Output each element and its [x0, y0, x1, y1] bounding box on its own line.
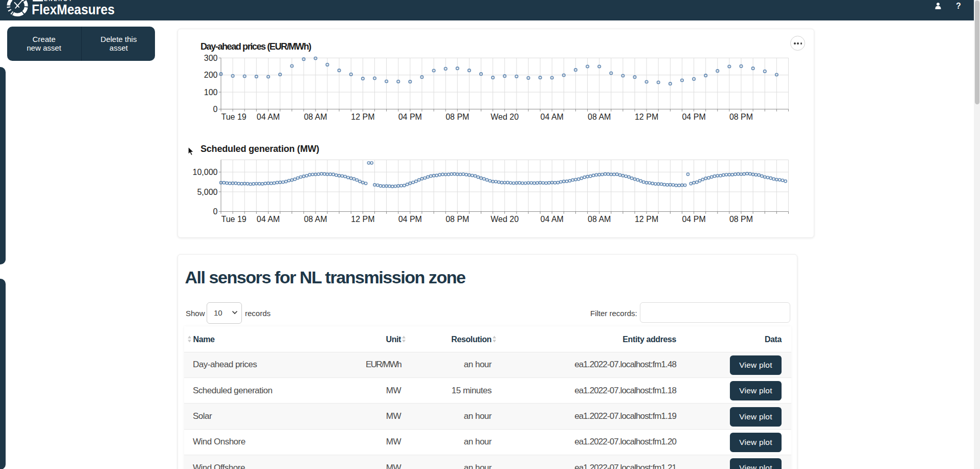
svg-text:Wed 20: Wed 20: [491, 215, 519, 224]
svg-text:08 AM: 08 AM: [588, 215, 611, 224]
svg-text:200: 200: [204, 71, 217, 79]
svg-text:0: 0: [213, 207, 217, 216]
svg-text:Tue 19: Tue 19: [221, 215, 246, 224]
svg-text:08 PM: 08 PM: [446, 113, 469, 121]
svg-text:04 AM: 04 AM: [256, 215, 279, 224]
svg-text:10,000: 10,000: [192, 168, 217, 176]
svg-text:12 PM: 12 PM: [351, 215, 374, 224]
svg-text:04 PM: 04 PM: [682, 215, 705, 224]
svg-text:08 PM: 08 PM: [729, 113, 752, 121]
svg-text:04 PM: 04 PM: [398, 215, 421, 224]
svg-text:0: 0: [213, 105, 217, 114]
svg-text:5,000: 5,000: [197, 188, 217, 196]
svg-text:08 AM: 08 AM: [588, 113, 611, 121]
svg-text:Day-ahead prices (EUR/MWh): Day-ahead prices (EUR/MWh): [201, 41, 311, 52]
svg-text:04 PM: 04 PM: [682, 113, 705, 121]
svg-text:08 AM: 08 AM: [304, 113, 327, 121]
svg-text:Wed 20: Wed 20: [491, 113, 519, 121]
svg-text:100: 100: [204, 88, 217, 97]
svg-text:12 PM: 12 PM: [634, 113, 658, 121]
svg-text:Tue 19: Tue 19: [221, 113, 246, 121]
svg-text:08 PM: 08 PM: [729, 215, 752, 224]
svg-text:04 PM: 04 PM: [398, 113, 421, 121]
svg-text:Scheduled generation (MW): Scheduled generation (MW): [201, 144, 319, 154]
svg-text:300: 300: [204, 54, 217, 62]
svg-text:04 AM: 04 AM: [540, 113, 563, 121]
svg-text:08 AM: 08 AM: [304, 215, 327, 224]
svg-text:12 PM: 12 PM: [351, 113, 374, 121]
svg-text:04 AM: 04 AM: [256, 113, 279, 121]
svg-text:08 PM: 08 PM: [446, 215, 469, 224]
svg-text:04 AM: 04 AM: [540, 215, 563, 224]
svg-text:12 PM: 12 PM: [634, 215, 658, 224]
